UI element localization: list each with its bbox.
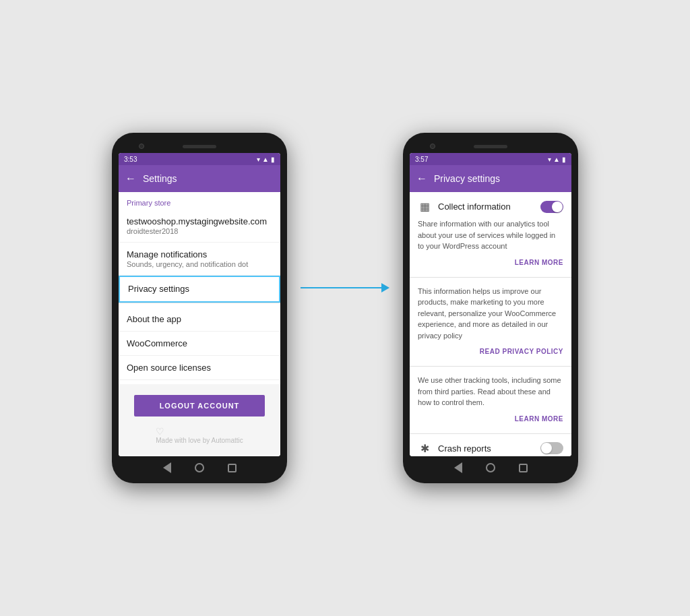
collect-info-section: Collect information Share information wi…: [410, 192, 571, 278]
woocommerce-item[interactable]: WooCommerce: [119, 332, 280, 356]
app-bar-1: ← Settings: [119, 165, 280, 192]
settings-content: Primary store testwooshop.mystagingwebsi…: [119, 192, 280, 456]
phone-2: 3:57 ▾ ▲ ▮ ← Privacy settings Collect in: [403, 133, 578, 483]
collect-info-title: Collect information: [438, 202, 534, 212]
phone-2-nav-bar: [410, 456, 571, 476]
manage-notifications-item[interactable]: Manage notifications Sounds, urgency, an…: [119, 243, 280, 276]
logout-section: LOGOUT ACCOUNT ♡ Made with love by Autom…: [119, 384, 280, 455]
phone-2-screen: 3:57 ▾ ▲ ▮ ← Privacy settings Collect in: [410, 153, 571, 456]
about-label: About the app: [127, 314, 181, 324]
tracking-description: We use other tracking tools, including s…: [418, 375, 563, 412]
made-with-love-text: Made with love by Automattic: [156, 437, 243, 444]
navigation-arrow: [287, 283, 403, 292]
chart-icon: [418, 200, 431, 213]
phone-1-speaker: [183, 145, 216, 148]
manage-notifications-subtitle: Sounds, urgency, and notification dot: [127, 260, 272, 268]
app-bar-title-2: Privacy settings: [434, 173, 500, 184]
status-icons-2: ▾ ▲ ▮: [548, 156, 566, 163]
tracking-section: We use other tracking tools, including s…: [410, 367, 571, 434]
nav-recents-2[interactable]: [517, 462, 529, 474]
arrow-line: [301, 287, 381, 288]
phone-1-nav-bar: [119, 456, 280, 476]
toggle-knob-2: [541, 443, 552, 454]
info-usage-description: This information helps us improve our pr…: [418, 286, 563, 346]
app-bar-2: ← Privacy settings: [410, 165, 571, 192]
tracking-learn-more[interactable]: LEARN MORE: [418, 412, 563, 425]
battery-icon-1: ▮: [271, 156, 275, 163]
phone-1: 3:53 ▾ ▲ ▮ ← Settings Primary store test…: [112, 133, 287, 483]
app-bar-title-1: Settings: [143, 173, 177, 184]
back-button-1[interactable]: ←: [125, 173, 136, 185]
nav-home-1[interactable]: [193, 462, 206, 474]
made-with-love: ♡ Made with love by Automattic: [156, 426, 243, 444]
status-bar-2: 3:57 ▾ ▲ ▮: [410, 153, 571, 165]
phone-1-screen: 3:53 ▾ ▲ ▮ ← Settings Primary store test…: [119, 153, 280, 456]
signal-icon-1: ▲: [262, 156, 269, 163]
crash-reports-toggle[interactable]: [540, 442, 563, 454]
privacy-settings-title: Privacy settings: [128, 284, 271, 294]
open-source-item[interactable]: Open source licenses: [119, 356, 280, 380]
arrow-head: [381, 283, 389, 292]
crash-reports-section: Crash reports To help us improve the app…: [410, 434, 571, 457]
collect-info-learn-more[interactable]: LEARN MORE: [418, 256, 563, 269]
privacy-settings-item[interactable]: Privacy settings: [119, 276, 280, 303]
read-privacy-policy-link[interactable]: READ PRIVACY POLICY: [418, 345, 563, 358]
store-url: testwooshop.mystagingwebsite.com: [127, 216, 272, 226]
info-usage-section: This information helps us improve our pr…: [410, 278, 571, 367]
logout-button[interactable]: LOGOUT ACCOUNT: [134, 395, 265, 417]
phone-1-top-bar: [119, 140, 280, 153]
woocommerce-label: WooCommerce: [127, 338, 187, 348]
bug-icon: [418, 442, 431, 455]
heart-icon: ♡: [156, 426, 243, 437]
scene: 3:53 ▾ ▲ ▮ ← Settings Primary store test…: [112, 133, 578, 483]
collect-info-header: Collect information: [418, 200, 563, 213]
signal-icon-2: ▲: [553, 156, 560, 163]
collect-info-toggle[interactable]: [540, 201, 563, 213]
store-username: droidtester2018: [127, 227, 272, 235]
phone-1-camera: [139, 144, 144, 149]
wifi-icon-2: ▾: [548, 156, 551, 163]
open-source-label: Open source licenses: [127, 363, 211, 373]
crash-reports-title: Crash reports: [438, 443, 534, 454]
back-button-2[interactable]: ←: [416, 173, 427, 185]
privacy-content: Collect information Share information wi…: [410, 192, 571, 456]
manage-notifications-title: Manage notifications: [127, 249, 272, 259]
toggle-knob-1: [552, 202, 563, 212]
primary-store-label: Primary store: [119, 192, 280, 210]
nav-home-2[interactable]: [484, 462, 497, 474]
time-2: 3:57: [415, 156, 428, 163]
about-the-app-item[interactable]: About the app: [119, 307, 280, 332]
phone-2-speaker: [474, 145, 507, 148]
blue-arrow: [301, 283, 389, 292]
phone-2-camera: [430, 144, 435, 149]
status-icons-1: ▾ ▲ ▮: [257, 156, 275, 163]
collect-info-description: Share information with our analytics too…: [418, 218, 563, 256]
status-bar-1: 3:53 ▾ ▲ ▮: [119, 153, 280, 165]
nav-recents-1[interactable]: [226, 462, 238, 474]
primary-store-item[interactable]: testwooshop.mystagingwebsite.com droidte…: [119, 210, 280, 243]
nav-back-1[interactable]: [161, 462, 173, 474]
phone-2-top-bar: [410, 140, 571, 153]
about-section: About the app WooCommerce Open source li…: [119, 303, 280, 384]
nav-back-2[interactable]: [452, 462, 464, 474]
battery-icon-2: ▮: [562, 156, 566, 163]
crash-reports-header: Crash reports: [418, 442, 563, 455]
wifi-icon-1: ▾: [257, 156, 260, 163]
time-1: 3:53: [124, 156, 137, 163]
